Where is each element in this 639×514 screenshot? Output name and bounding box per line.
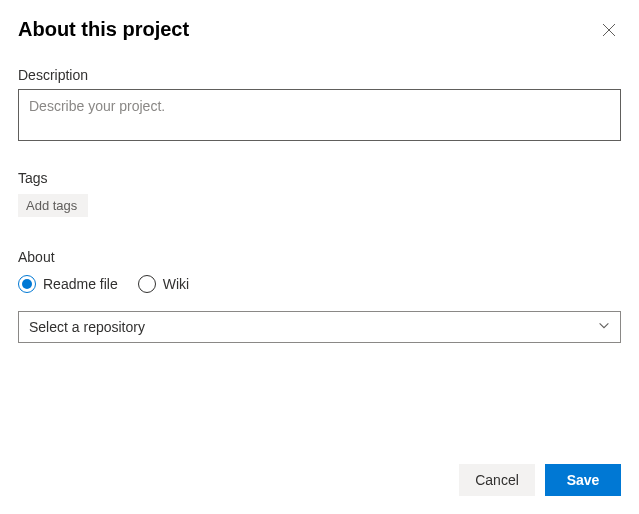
- radio-icon: [18, 275, 36, 293]
- description-input[interactable]: [18, 89, 621, 141]
- tags-label: Tags: [18, 170, 621, 186]
- save-button[interactable]: Save: [545, 464, 621, 496]
- repository-select[interactable]: Select a repository: [18, 311, 621, 343]
- repository-select-value: Select a repository: [29, 319, 145, 335]
- close-button[interactable]: [597, 18, 621, 45]
- radio-icon: [138, 275, 156, 293]
- radio-option-readme[interactable]: Readme file: [18, 275, 118, 293]
- description-label: Description: [18, 67, 621, 83]
- dialog-title: About this project: [18, 18, 189, 41]
- tags-input[interactable]: [18, 194, 88, 217]
- about-label: About: [18, 249, 621, 265]
- about-radio-group: Readme file Wiki: [18, 275, 621, 293]
- cancel-button[interactable]: Cancel: [459, 464, 535, 496]
- radio-label: Readme file: [43, 276, 118, 292]
- close-icon: [601, 22, 617, 41]
- radio-label: Wiki: [163, 276, 189, 292]
- radio-option-wiki[interactable]: Wiki: [138, 275, 189, 293]
